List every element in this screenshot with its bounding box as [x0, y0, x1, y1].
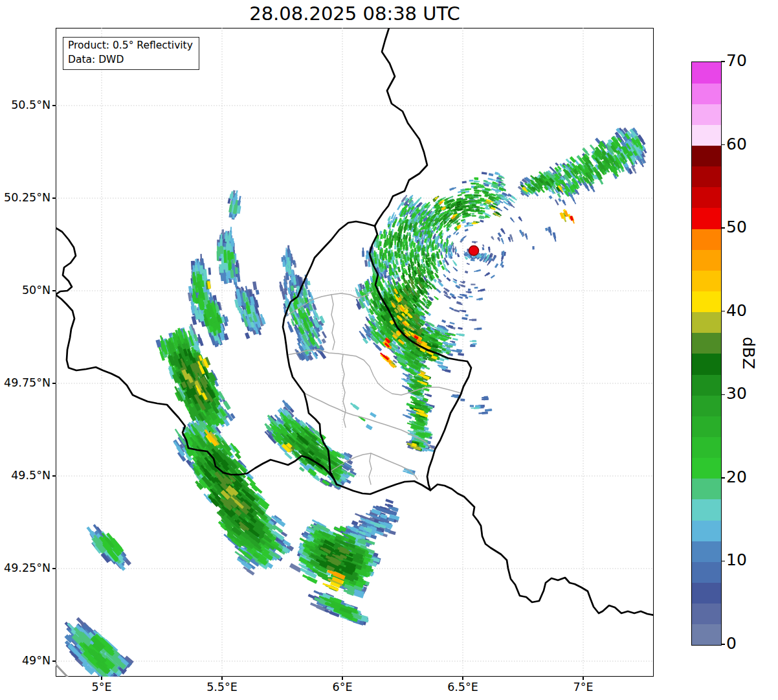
colorbar-tick-label: 70	[726, 51, 747, 70]
x-tick-label: 5°E	[72, 681, 131, 694]
x-tick-label: 5.5°E	[193, 681, 251, 694]
colorbar-axis-label: dBZ	[739, 337, 758, 369]
y-tick-label: 49.25°N	[4, 561, 50, 574]
y-tick-label: 49°N	[4, 654, 50, 667]
colorbar-segment	[692, 354, 721, 375]
y-tick-mark	[52, 568, 56, 569]
y-tick-mark	[52, 383, 56, 384]
x-tick-label: 6°E	[313, 681, 372, 694]
colorbar-segment	[692, 520, 721, 541]
colorbar-segment	[692, 83, 721, 104]
colorbar-segment	[692, 249, 721, 271]
colorbar-segment	[692, 187, 721, 209]
colorbar-tick-mark	[721, 477, 725, 479]
colorbar-tick-mark	[721, 227, 725, 229]
colorbar-segment	[692, 416, 721, 437]
y-tick-mark	[52, 660, 56, 662]
radar-map-canvas	[56, 28, 654, 677]
colorbar-segment	[692, 624, 721, 646]
data-source-label: Data: DWD	[68, 53, 193, 67]
x-tick-mark	[101, 677, 102, 680]
dbz-colorbar	[691, 62, 722, 646]
colorbar-segment	[692, 166, 721, 188]
colorbar-segment	[692, 124, 721, 146]
colorbar-segment	[692, 395, 721, 416]
colorbar-tick-mark	[721, 61, 725, 62]
colorbar-tick-mark	[721, 144, 725, 146]
colorbar-segment	[692, 312, 721, 333]
colorbar-tick-label: 0	[726, 634, 737, 653]
y-tick-mark	[52, 105, 56, 106]
colorbar-tick-mark	[721, 394, 725, 396]
colorbar-segment	[692, 437, 721, 458]
x-tick-mark	[342, 677, 343, 680]
radar-figure: { "title": "28.08.2025 08:38 UTC", "info…	[0, 0, 778, 700]
y-tick-label: 49.5°N	[4, 469, 50, 482]
y-tick-label: 49.75°N	[4, 376, 50, 389]
colorbar-tick-label: 30	[726, 384, 747, 403]
colorbar-segment	[692, 479, 721, 500]
colorbar-segment	[692, 499, 721, 521]
colorbar-segment	[692, 62, 721, 84]
colorbar-tick-label: 60	[726, 135, 747, 153]
colorbar-segment	[692, 604, 721, 625]
page-title: 28.08.2025 08:38 UTC	[56, 3, 654, 25]
y-tick-mark	[52, 198, 56, 199]
colorbar-tick-label: 20	[726, 468, 747, 486]
colorbar-segment	[692, 541, 721, 562]
x-tick-mark	[462, 677, 463, 680]
colorbar-segment	[692, 270, 721, 291]
colorbar-tick-label: 10	[726, 550, 747, 569]
colorbar-segment	[692, 146, 721, 167]
x-tick-label: 7°E	[554, 681, 612, 694]
colorbar-segment	[692, 229, 721, 250]
colorbar-tick-mark	[721, 561, 725, 562]
colorbar-segment	[692, 291, 721, 313]
colorbar-tick-mark	[721, 311, 725, 312]
x-tick-mark	[221, 677, 223, 680]
colorbar-segment	[692, 208, 721, 229]
y-tick-mark	[52, 475, 56, 477]
product-label: Product: 0.5° Reflectivity	[68, 39, 193, 53]
colorbar-segment	[692, 104, 721, 125]
y-tick-mark	[52, 290, 56, 291]
colorbar-tick-mark	[721, 644, 725, 645]
x-tick-mark	[583, 677, 584, 680]
colorbar-tick-label: 50	[726, 218, 747, 236]
y-tick-label: 50.5°N	[4, 98, 50, 111]
y-tick-label: 50.25°N	[4, 191, 50, 204]
colorbar-tick-label: 40	[726, 301, 747, 320]
colorbar-segment	[692, 333, 721, 354]
colorbar-segment	[692, 561, 721, 583]
colorbar-segment	[692, 374, 721, 396]
y-tick-label: 50°N	[4, 284, 50, 297]
colorbar-segment	[692, 458, 721, 479]
colorbar-segment	[692, 583, 721, 604]
product-info-box: Product: 0.5° Reflectivity Data: DWD	[63, 37, 199, 70]
x-tick-label: 6.5°E	[434, 681, 492, 694]
